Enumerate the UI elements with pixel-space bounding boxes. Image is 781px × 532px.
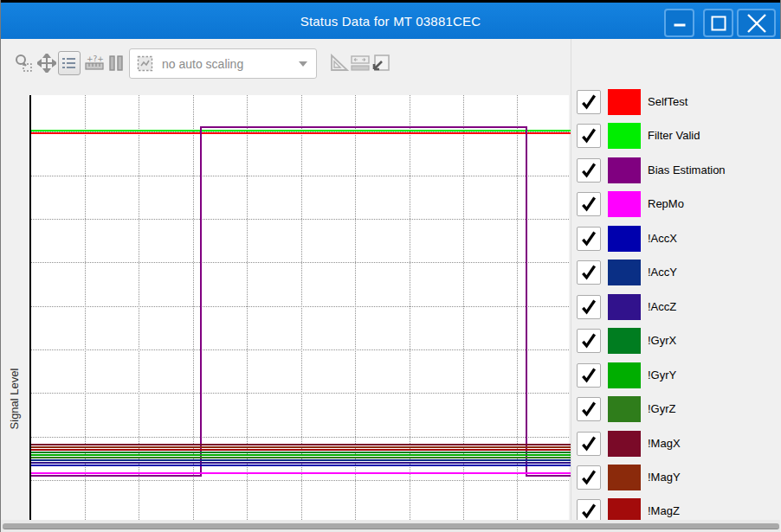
gridline-horizontal (31, 262, 569, 263)
legend-row: !GyrZ (571, 396, 781, 422)
series-label: Bias Estimation (648, 157, 726, 183)
autoscale-dropdown[interactable]: no auto scaling (129, 48, 317, 79)
scale-ruler-tool-button[interactable]: +?+ (83, 51, 106, 75)
gridline-horizontal (31, 306, 569, 307)
series-checkbox[interactable] (577, 158, 601, 183)
checkmark-icon (580, 127, 597, 144)
image-placeholder-icon (137, 55, 153, 72)
zoom-selection-tool-button[interactable] (12, 51, 35, 75)
signal-trace-segment (31, 132, 571, 134)
series-color-swatch (608, 191, 641, 217)
series-checkbox[interactable] (577, 124, 601, 148)
series-color-swatch (608, 260, 641, 285)
series-label: !GyrX (648, 328, 676, 354)
series-label: !AccZ (648, 294, 676, 320)
autoscale-dropdown-value: no auto scaling (162, 57, 299, 71)
checkmark-icon (580, 162, 597, 179)
legend-row: !AccZ (571, 294, 781, 320)
signal-trace-segment (200, 126, 527, 128)
close-button[interactable] (737, 9, 776, 37)
legend-toggle-button[interactable] (58, 51, 81, 75)
series-checkbox[interactable] (577, 397, 601, 421)
legend-row: Filter Valid (571, 123, 781, 149)
series-label: SelfTest (648, 89, 687, 115)
series-color-swatch (608, 294, 641, 320)
series-color-swatch (608, 157, 641, 183)
legend-list-icon (61, 56, 77, 70)
gridline-horizontal (31, 437, 569, 438)
checkmark-icon (580, 195, 597, 213)
series-color-swatch (608, 396, 641, 422)
signal-trace-segment (31, 475, 202, 477)
pan-icon (37, 54, 56, 73)
signal-trace-segment (200, 126, 202, 477)
signal-trace-segment (31, 452, 571, 453)
series-checkbox[interactable] (577, 363, 601, 388)
pan-tool-button[interactable] (36, 51, 58, 75)
minimize-button[interactable] (664, 9, 694, 37)
series-color-swatch (608, 328, 641, 354)
signal-trace-segment (31, 472, 571, 474)
legend-panel: SelfTest Filter Valid Bias Estimation (571, 39, 781, 532)
series-checkbox[interactable] (577, 192, 601, 216)
signal-trace-segment (31, 459, 571, 461)
scale-ruler-icon: +?+ (84, 54, 105, 73)
gridline-horizontal (31, 349, 569, 350)
series-checkbox[interactable] (577, 260, 601, 285)
gridline-horizontal (31, 480, 569, 481)
set-square-tool-button[interactable] (328, 51, 351, 75)
checkmark-icon (580, 298, 597, 316)
checkmark-icon (580, 367, 597, 384)
signal-trace-segment (526, 126, 527, 477)
legend-row: RepMo (571, 191, 781, 217)
zoom-selection-icon (14, 54, 33, 73)
series-checkbox[interactable] (577, 432, 601, 456)
series-checkbox[interactable] (577, 295, 601, 319)
series-checkbox[interactable] (577, 329, 601, 353)
checkmark-icon (580, 332, 597, 349)
checkmark-icon (580, 264, 597, 281)
svg-text:+?+: +?+ (87, 54, 104, 63)
legend-row: !MagX (571, 431, 781, 457)
series-checkbox[interactable] (577, 227, 601, 251)
series-checkbox[interactable] (577, 465, 601, 490)
horizontal-scrollbar[interactable] (3, 523, 779, 529)
checkmark-icon (580, 435, 597, 452)
series-label: Filter Valid (648, 123, 700, 149)
axis-range-tool-button[interactable] (349, 51, 371, 75)
export-close-tool-button[interactable] (370, 51, 392, 75)
window-title: Status Data for MT 03881CEC (1, 14, 780, 29)
signal-trace-segment (31, 462, 571, 464)
app-window: Status Data for MT 03881CEC (0, 0, 781, 532)
titlebar: Status Data for MT 03881CEC (1, 0, 780, 39)
legend-row: !GyrX (571, 328, 781, 354)
checkmark-icon (580, 401, 597, 418)
series-checkbox[interactable] (577, 90, 601, 114)
gridline-horizontal (31, 176, 569, 176)
legend-row: !AccX (571, 226, 781, 252)
signal-trace-segment (31, 446, 571, 448)
signal-trace-segment (526, 475, 571, 477)
gridline-horizontal (31, 393, 569, 394)
series-color-swatch (608, 226, 641, 252)
export-close-icon (371, 54, 391, 73)
series-label: !MagX (648, 431, 681, 457)
legend-row: !MagY (571, 465, 781, 490)
pause-tool-button[interactable] (105, 51, 127, 75)
legend-row: Bias Estimation (571, 157, 781, 183)
maximize-icon (711, 16, 726, 30)
plot-area[interactable] (29, 95, 569, 522)
series-label: !GyrY (648, 362, 676, 388)
series-color-swatch (608, 431, 641, 457)
signal-trace-segment (31, 130, 571, 131)
maximize-button[interactable] (703, 9, 733, 37)
checkmark-icon (580, 93, 597, 111)
legend-row: !GyrY (571, 362, 781, 388)
pause-icon (108, 54, 124, 72)
series-color-swatch (608, 123, 641, 149)
series-color-swatch (608, 465, 641, 490)
signal-trace-segment (31, 454, 571, 456)
series-label: RepMo (648, 191, 684, 217)
signal-trace-segment (31, 444, 571, 445)
set-square-icon (329, 54, 350, 73)
